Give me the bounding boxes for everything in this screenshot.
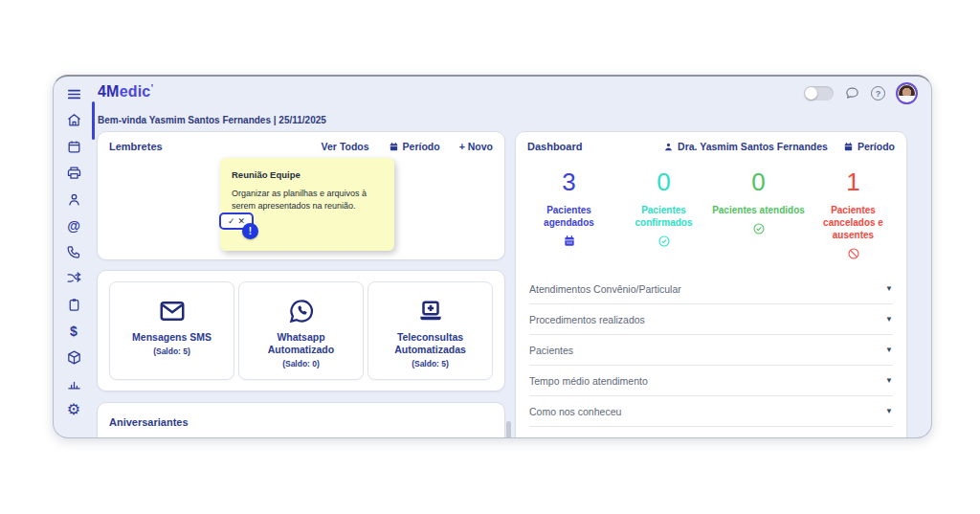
sidebar-item-finance[interactable]: $: [65, 323, 82, 340]
teleconsult-card[interactable]: Teleconsultas Automatizadas (Saldo: 5): [368, 281, 493, 380]
chevron-down-icon: ▼: [885, 376, 893, 385]
ban-icon: [806, 247, 901, 260]
chat-bubble-icon[interactable]: [844, 85, 860, 101]
app-logo: 4Medic’: [98, 83, 153, 101]
sidebar-item-phone[interactable]: [65, 243, 82, 260]
accordion-como-conheceu[interactable]: Como nos conheceu ▼: [529, 396, 893, 427]
app-window: @ $ ⚙ 4Medic’ ? Bem: [53, 75, 932, 438]
sidebar-item-stock[interactable]: [65, 348, 82, 366]
sidebar-item-mentions[interactable]: @: [65, 217, 82, 235]
calendar-icon: [843, 142, 854, 152]
stat-cancelados: 1 Pacientes cancelados e ausentes: [806, 169, 901, 260]
welcome-text: Bem-vinda Yasmim Santos Fernandes | 25/1…: [98, 115, 326, 125]
aniversariantes-title: Aniversariantes: [109, 416, 493, 428]
logo-rest: edic: [120, 83, 151, 100]
at-mentions-icon: @: [67, 219, 80, 233]
note-body: Organizar as planilhas e arquivos à sere…: [232, 188, 383, 212]
check-circle-icon: [616, 235, 711, 248]
check-circle-icon: [711, 222, 806, 235]
chevron-down-icon: ▼: [885, 407, 893, 415]
calendar-icon: [389, 142, 399, 152]
stat-atendidos: 0 Pacientes atendidos: [711, 169, 806, 260]
whatsapp-card[interactable]: Whatsapp Automatizado (Saldo: 0): [238, 281, 364, 380]
accordion-pacientes[interactable]: Pacientes ▼: [529, 335, 893, 366]
dashboard-title: Dashboard: [527, 141, 582, 152]
accordion-procedimentos[interactable]: Procedimentos realizados ▼: [529, 304, 893, 335]
sidebar-item-patients[interactable]: [65, 190, 82, 208]
chevron-down-icon: ▼: [885, 284, 893, 293]
sidebar-active-indicator: [92, 101, 95, 140]
teleconsultation-icon: [416, 297, 445, 331]
sidebar-item-settings[interactable]: ⚙: [65, 401, 82, 418]
sidebar-item-analytics[interactable]: [65, 375, 82, 392]
note-title: Reunião Equipe: [232, 169, 383, 180]
sticky-note: Reunião Equipe Organizar as planilhas e …: [220, 158, 394, 251]
help-icon[interactable]: ?: [871, 86, 885, 101]
dashboard-accordions: Atendimentos Convênio/Particular ▼ Proce…: [529, 274, 893, 427]
topbar-controls: ?: [804, 82, 918, 104]
doctor-icon: [663, 142, 674, 152]
calendar-icon: [522, 235, 616, 248]
chevron-down-icon: ▼: [885, 346, 893, 354]
sidebar-item-referrals[interactable]: [65, 270, 82, 287]
stat-confirmados: 0 Pacientes confirmados: [616, 169, 711, 260]
sidebar: @ $ ⚙: [54, 77, 94, 437]
sidebar-item-home[interactable]: [65, 112, 82, 129]
teleconsult-saldo: (Saldo: 5): [412, 359, 449, 369]
sms-saldo: (Saldo: 5): [153, 346, 190, 356]
doctor-selector[interactable]: Dra. Yasmim Santos Fernandes: [663, 141, 828, 152]
whatsapp-icon: [287, 297, 316, 331]
theme-toggle[interactable]: [804, 86, 834, 101]
confirm-check-icon[interactable]: ✓: [228, 216, 235, 226]
left-column-scrollbar[interactable]: [506, 421, 511, 438]
lembretes-panel: Lembretes Ver Todos Período + Novo Reuni…: [97, 131, 505, 260]
logo-mark: ’: [150, 83, 153, 94]
chevron-down-icon: ▼: [885, 315, 893, 324]
sidebar-item-printer[interactable]: [65, 165, 82, 182]
menu-icon[interactable]: [65, 85, 82, 102]
lembretes-title: Lembretes: [109, 141, 163, 152]
sidebar-item-clipboard[interactable]: [65, 296, 82, 313]
logo-bold: 4M: [98, 83, 120, 100]
aniversariantes-panel: Aniversariantes: [97, 402, 505, 438]
services-panel: Mensagens SMS (Saldo: 5) Whatsapp Automa…: [97, 270, 505, 391]
toggle-knob: [805, 87, 817, 100]
dashboard-period-button[interactable]: Período: [843, 141, 895, 152]
accordion-tempo-medio[interactable]: Tempo médio atendimento ▼: [529, 366, 893, 396]
stats-row: 3 Pacientes agendados 0 Pacientes confir…: [516, 169, 906, 260]
new-reminder-button[interactable]: + Novo: [459, 141, 493, 152]
alert-badge: !: [242, 223, 258, 239]
sms-card[interactable]: Mensagens SMS (Saldo: 5): [109, 281, 234, 380]
dollar-icon: $: [70, 324, 78, 338]
whatsapp-saldo: (Saldo: 0): [282, 359, 320, 369]
user-avatar[interactable]: [896, 82, 918, 104]
lembretes-period-button[interactable]: Período: [389, 141, 440, 152]
view-all-link[interactable]: Ver Todos: [322, 141, 369, 152]
settings-gear-icon: ⚙: [67, 402, 80, 417]
accordion-atendimentos[interactable]: Atendimentos Convênio/Particular ▼: [529, 274, 893, 304]
sidebar-item-agenda[interactable]: [65, 138, 82, 155]
dashboard-panel: Dashboard Dra. Yasmim Santos Fernandes P…: [515, 131, 907, 438]
stat-agendados: 3 Pacientes agendados: [522, 169, 616, 260]
sms-envelope-icon: [158, 297, 187, 331]
